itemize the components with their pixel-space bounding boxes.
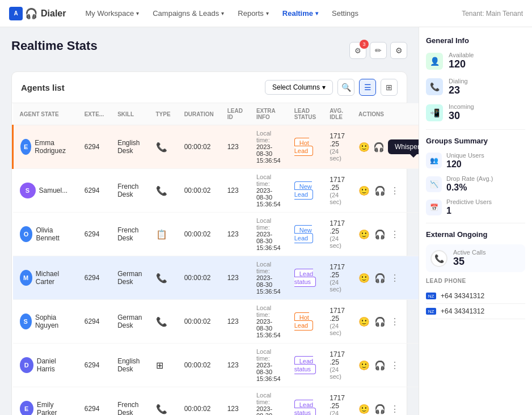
chevron-down-icon: ▾: [221, 10, 224, 16]
col-skill: SKILL: [111, 103, 149, 125]
agent-duration: 00:00:02: [178, 213, 221, 256]
phone-list: NZ +64 34341312 NZ +64 34341312: [426, 289, 525, 319]
edit-button[interactable]: ✏: [370, 42, 387, 59]
headphone-icon[interactable]: 🎧: [373, 142, 385, 153]
more-icon[interactable]: ⋮: [390, 229, 399, 240]
agent-name: Olivia Bennett: [36, 226, 70, 242]
predictive-icon: 📅: [426, 200, 442, 215]
lead-status-badge[interactable]: New Lead: [294, 181, 313, 200]
lead-status-badge[interactable]: Lead status: [294, 400, 316, 415]
agent-name: Sophia Nguyen: [35, 314, 71, 329]
col-ext: EXTE...: [78, 103, 111, 125]
agents-table: AGENT STATE EXTE... SKILL TYPE DURATION …: [12, 103, 419, 415]
agent-type: 📋: [149, 213, 178, 256]
agent-lead-id: 123: [221, 213, 250, 256]
predictive-label: Predictive Users: [446, 198, 492, 205]
nav-item-settings[interactable]: Settings: [326, 6, 364, 21]
agent-lead-status[interactable]: New Lead: [288, 213, 323, 256]
available-value: 120: [449, 58, 474, 71]
agent-name: Michael Carter: [36, 270, 71, 286]
chevron-down-icon: ▾: [136, 10, 139, 16]
lead-status-badge[interactable]: Lead status: [294, 356, 316, 374]
lead-phone-section: LEAD PHONE NZ +64 34341312 NZ +64 343413…: [426, 278, 525, 319]
agent-lead-status[interactable]: Lead status: [288, 387, 323, 416]
agent-ext: 6294: [78, 387, 111, 416]
drop-rate-icon: 📉: [426, 176, 442, 192]
nav-item-realtime[interactable]: Realtime ▾: [277, 6, 324, 21]
agent-state-cell: O Olivia Bennett: [13, 213, 78, 256]
table-row: E Emma Rodriguez 6294 English Desk 📞 00:…: [13, 125, 419, 169]
headphone-icon[interactable]: 🎧: [374, 360, 386, 371]
emoji-icon[interactable]: 🙂: [358, 142, 370, 153]
more-icon[interactable]: ⋮: [390, 404, 399, 414]
available-label: Available: [449, 52, 474, 58]
agent-lead-status[interactable]: Lead status: [288, 344, 323, 387]
lead-status-badge[interactable]: Hot Lead: [294, 312, 313, 331]
table-view-button[interactable]: ☰: [359, 79, 376, 96]
agent-avatar: S: [20, 183, 36, 198]
whisper-tooltip[interactable]: Whisper call: [388, 139, 419, 154]
unique-users-value: 120: [446, 159, 484, 170]
main-layout: Realtime Stats ⚙ 3 ✏ ⚙ Agents list Selec…: [0, 27, 532, 415]
agents-list-controls: Select Columns ▾ 🔍 ☰ ⊞: [265, 79, 398, 96]
more-icon[interactable]: ⋮: [390, 185, 399, 196]
agent-extra-info: Local time: 2023-08-30 15:36:54: [250, 387, 288, 416]
agent-actions: 🙂 🎧 ⋮: [352, 169, 419, 213]
chevron-down-icon: ▾: [322, 83, 326, 91]
table-row: M Michael Carter 6294 German Desk 📞 00:0…: [13, 256, 419, 300]
filter-badge: 3: [360, 40, 369, 49]
search-button[interactable]: 🔍: [337, 79, 354, 96]
right-sidebar: General Info 👤 Available 120 📞 Dialing 2…: [419, 27, 532, 415]
nav-item-reports[interactable]: Reports ▾: [232, 6, 275, 21]
agent-name: Emma Rodriguez: [35, 139, 71, 155]
agent-state-cell: E Emily Parker: [13, 387, 78, 416]
agents-list-card: Agents list Select Columns ▾ 🔍 ☰ ⊞ AGENT…: [11, 71, 407, 415]
headphone-icon[interactable]: 🎧: [374, 273, 386, 283]
flag-icon: NZ: [426, 293, 436, 299]
agent-lead-status[interactable]: New Lead: [288, 169, 323, 213]
agent-avg-idle: 1717 .25 (24 sec): [323, 169, 352, 213]
active-calls-value: 35: [453, 256, 485, 268]
more-icon[interactable]: ⋮: [390, 273, 399, 283]
more-icon[interactable]: ⋮: [390, 360, 399, 371]
headphone-icon[interactable]: 🎧: [374, 404, 386, 414]
external-ongoing-section: External Ongoing 📞 Active Calls 35 LEAD …: [426, 230, 525, 319]
grid-view-button[interactable]: ⊞: [381, 79, 398, 96]
emoji-icon[interactable]: 🙂: [358, 404, 370, 414]
agent-lead-status[interactable]: Lead status: [288, 256, 323, 300]
emoji-icon[interactable]: 🙂: [358, 273, 370, 283]
drop-rate-label: Drop Rate (Avg.): [446, 175, 493, 182]
chevron-down-icon: ▾: [266, 10, 269, 16]
agent-actions: 🙂 🎧 ⋮: [352, 256, 419, 300]
emoji-icon[interactable]: 🙂: [358, 316, 370, 327]
agent-duration: 00:00:02: [178, 300, 221, 344]
nav-item-workspace[interactable]: My Workspace ▾: [79, 6, 145, 21]
phone-number: +64 34341312: [441, 307, 484, 315]
headphone-icon[interactable]: 🎧: [374, 316, 386, 327]
lead-status-badge[interactable]: Lead status: [294, 269, 316, 287]
settings-button[interactable]: ⚙: [390, 42, 407, 59]
available-icon: 👤: [426, 53, 443, 70]
agent-lead-status[interactable]: Hot Lead: [288, 125, 323, 169]
agent-duration: 00:00:02: [178, 344, 221, 387]
agent-lead-id: 123: [221, 344, 250, 387]
predictive-value: 1: [446, 205, 492, 216]
headphone-icon[interactable]: 🎧: [374, 229, 386, 240]
agent-skill: French Desk: [111, 169, 149, 213]
agent-ext: 6294: [78, 213, 111, 256]
more-icon[interactable]: ⋮: [390, 316, 399, 327]
emoji-icon[interactable]: 🙂: [358, 360, 370, 371]
emoji-icon[interactable]: 🙂: [358, 229, 370, 240]
headphone-icon[interactable]: 🎧: [374, 185, 386, 196]
lead-status-badge[interactable]: New Lead: [294, 225, 313, 243]
emoji-icon[interactable]: 🙂: [358, 185, 370, 196]
filter-button-wrapper: ⚙ 3: [349, 42, 366, 59]
nav-item-campaigns[interactable]: Campaigns & Leads ▾: [147, 6, 230, 21]
incoming-icon: 📲: [426, 104, 443, 121]
incoming-stat: 📲 Incoming 30: [426, 103, 525, 122]
agent-lead-status[interactable]: Hot Lead: [288, 300, 323, 344]
lead-status-badge[interactable]: Hot Lead: [294, 138, 313, 156]
agent-duration: 00:00:02: [178, 387, 221, 416]
predictive-users-stat: 📅 Predictive Users 1: [426, 198, 525, 216]
select-columns-button[interactable]: Select Columns ▾: [265, 80, 333, 95]
